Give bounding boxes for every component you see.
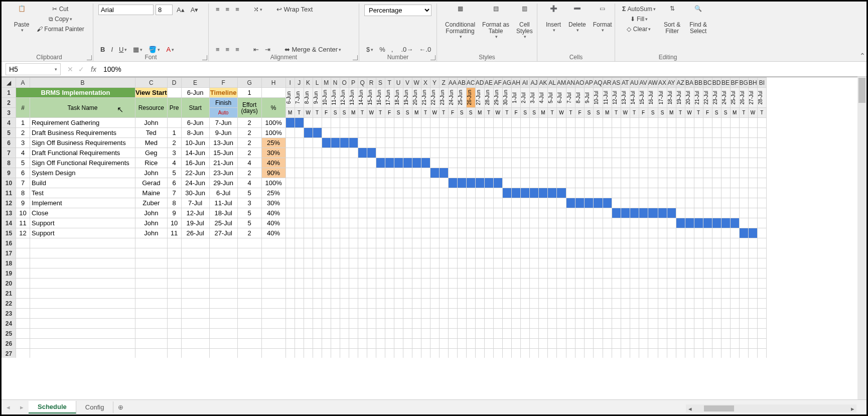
- cell[interactable]: [313, 339, 322, 349]
- gantt-cell[interactable]: [403, 118, 412, 128]
- gantt-cell[interactable]: [322, 128, 331, 138]
- col-header[interactable]: BI: [757, 78, 766, 88]
- cell[interactable]: [457, 289, 466, 299]
- gantt-cell[interactable]: [520, 128, 529, 138]
- gantt-cell[interactable]: [484, 228, 493, 238]
- cell[interactable]: [685, 258, 694, 268]
- gantt-cell[interactable]: [295, 178, 304, 188]
- gantt-cell[interactable]: [630, 188, 639, 198]
- gantt-cell[interactable]: [430, 228, 439, 238]
- task-resource[interactable]: John: [135, 118, 168, 128]
- gantt-cell[interactable]: [612, 118, 621, 128]
- bold-button[interactable]: B: [98, 45, 107, 54]
- cell[interactable]: [261, 279, 285, 289]
- cell[interactable]: [394, 279, 403, 289]
- gantt-cell[interactable]: [484, 178, 493, 188]
- cell[interactable]: [475, 299, 484, 309]
- cell[interactable]: [566, 268, 575, 279]
- cell[interactable]: [209, 279, 237, 289]
- cell[interactable]: [703, 258, 712, 268]
- cell[interactable]: [556, 248, 566, 258]
- gantt-cell[interactable]: [358, 128, 367, 138]
- gantt-cell[interactable]: [349, 148, 358, 158]
- cell[interactable]: [493, 299, 502, 309]
- gantt-cell[interactable]: [603, 158, 612, 168]
- task-finish[interactable]: 15-Jun: [209, 148, 237, 158]
- gantt-cell[interactable]: [538, 188, 547, 198]
- cell[interactable]: [448, 339, 457, 349]
- gantt-cell[interactable]: [694, 228, 703, 238]
- gantt-cell[interactable]: [385, 138, 394, 148]
- gantt-cell[interactable]: [457, 228, 466, 238]
- cell[interactable]: [585, 329, 594, 339]
- gantt-cell[interactable]: [721, 188, 730, 198]
- cell[interactable]: [621, 349, 630, 358]
- gantt-cell[interactable]: [412, 218, 421, 228]
- gantt-cell[interactable]: [585, 158, 594, 168]
- cell[interactable]: [475, 339, 484, 349]
- cell[interactable]: [349, 258, 358, 268]
- task-finish[interactable]: 9-Jun: [209, 128, 237, 138]
- gantt-cell[interactable]: [694, 218, 703, 228]
- col-header[interactable]: AC: [466, 78, 475, 88]
- cell[interactable]: [676, 258, 685, 268]
- gantt-cell[interactable]: [538, 228, 547, 238]
- gantt-cell[interactable]: [448, 128, 457, 138]
- cell[interactable]: [421, 268, 430, 279]
- gantt-cell[interactable]: [475, 168, 484, 178]
- gantt-cell[interactable]: [412, 158, 421, 168]
- gantt-cell[interactable]: [367, 158, 376, 168]
- gantt-cell[interactable]: [694, 188, 703, 198]
- cell[interactable]: [403, 248, 412, 258]
- gantt-cell[interactable]: [493, 138, 502, 148]
- cell[interactable]: [612, 279, 621, 289]
- cell[interactable]: [430, 268, 439, 279]
- gantt-cell[interactable]: [340, 228, 349, 238]
- col-header[interactable]: P: [349, 78, 358, 88]
- cell[interactable]: [630, 339, 639, 349]
- cell[interactable]: [547, 258, 556, 268]
- gantt-cell[interactable]: [520, 158, 529, 168]
- cell[interactable]: [748, 258, 757, 268]
- gantt-cell[interactable]: [430, 148, 439, 158]
- gantt-cell[interactable]: [566, 118, 575, 128]
- gantt-cell[interactable]: [694, 148, 703, 158]
- cell[interactable]: [385, 238, 394, 248]
- gantt-cell[interactable]: [322, 228, 331, 238]
- gantt-cell[interactable]: [448, 228, 457, 238]
- gantt-cell[interactable]: [376, 198, 385, 208]
- cell[interactable]: [658, 309, 667, 319]
- cell[interactable]: [421, 279, 430, 289]
- gantt-cell[interactable]: [757, 148, 766, 158]
- gantt-cell[interactable]: [520, 148, 529, 158]
- cell[interactable]: [322, 319, 331, 329]
- cell[interactable]: [511, 319, 520, 329]
- gantt-cell[interactable]: [340, 168, 349, 178]
- cell[interactable]: [167, 289, 181, 299]
- copy-button[interactable]: ⧉ Copy▾: [35, 15, 86, 24]
- cell[interactable]: [730, 299, 739, 309]
- cell[interactable]: [285, 279, 295, 289]
- task-effort[interactable]: 5: [237, 208, 261, 218]
- cell[interactable]: [721, 309, 730, 319]
- gantt-cell[interactable]: [394, 218, 403, 228]
- cell[interactable]: [412, 248, 421, 258]
- gantt-cell[interactable]: [304, 218, 313, 228]
- gantt-cell[interactable]: [648, 128, 658, 138]
- gantt-cell[interactable]: [612, 138, 621, 148]
- gantt-cell[interactable]: [547, 228, 556, 238]
- number-format-select[interactable]: Percentage: [364, 5, 431, 16]
- gantt-cell[interactable]: [694, 128, 703, 138]
- gantt-cell[interactable]: [285, 148, 295, 158]
- gantt-cell[interactable]: [403, 178, 412, 188]
- cell[interactable]: [475, 238, 484, 248]
- gantt-cell[interactable]: [703, 188, 712, 198]
- row-header[interactable]: 16: [2, 238, 16, 248]
- cell[interactable]: [757, 329, 766, 339]
- gantt-cell[interactable]: [594, 188, 603, 198]
- gantt-cell[interactable]: [612, 128, 621, 138]
- gantt-cell[interactable]: [430, 138, 439, 148]
- gantt-cell[interactable]: [538, 208, 547, 218]
- gantt-cell[interactable]: [739, 158, 748, 168]
- cell[interactable]: [757, 248, 766, 258]
